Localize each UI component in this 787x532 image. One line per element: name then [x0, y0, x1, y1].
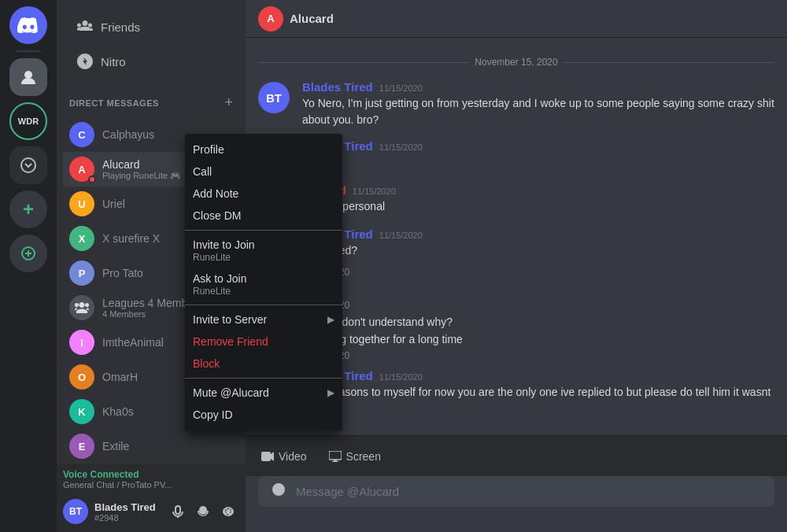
ctx-ask-join-label: Ask to Join — [193, 272, 246, 285]
ctx-invite-join-sub: RuneLite — [193, 252, 255, 263]
ctx-separator-2 — [185, 305, 342, 305]
context-menu: Profile Call Add Note Close DM Invite to… — [185, 134, 342, 430]
ctx-ask-join-text: Ask to Join RuneLite — [193, 272, 246, 297]
ctx-invite-join-label: Invite to Join — [193, 238, 255, 251]
ctx-invite-join-text: Invite to Join RuneLite — [193, 238, 255, 263]
ctx-add-note-label: Add Note — [193, 187, 334, 200]
ctx-call[interactable]: Call — [185, 161, 342, 183]
ctx-copy-id-label: Copy ID — [193, 408, 334, 421]
ctx-copy-id[interactable]: Copy ID — [185, 404, 342, 426]
ctx-profile[interactable]: Profile — [185, 139, 342, 161]
ctx-mute[interactable]: Mute @Alucard ▶ — [185, 382, 342, 404]
ctx-invite-server-label: Invite to Server — [193, 313, 327, 326]
ctx-close-dm-label: Close DM — [193, 209, 334, 222]
ctx-block[interactable]: Block — [185, 353, 342, 375]
ctx-mute-label: Mute @Alucard — [193, 386, 327, 399]
ctx-invite-server-arrow: ▶ — [327, 314, 334, 325]
ctx-remove-friend-label: Remove Friend — [193, 335, 334, 348]
ctx-invite-server[interactable]: Invite to Server ▶ — [185, 308, 342, 331]
ctx-remove-friend[interactable]: Remove Friend — [185, 331, 342, 353]
ctx-close-dm[interactable]: Close DM — [185, 205, 342, 227]
ctx-ask-join-sub: RuneLite — [193, 286, 246, 297]
ctx-block-label: Block — [193, 357, 334, 370]
ctx-separator-3 — [185, 378, 342, 379]
ctx-separator-1 — [185, 230, 342, 231]
context-menu-overlay[interactable]: Profile Call Add Note Close DM Invite to… — [0, 0, 787, 532]
ctx-mute-arrow: ▶ — [327, 387, 334, 398]
app-root: WDR + Friends Nitro DIR — [0, 0, 787, 532]
ctx-invite-join[interactable]: Invite to Join RuneLite — [185, 234, 342, 268]
ctx-add-note[interactable]: Add Note — [185, 183, 342, 205]
ctx-profile-label: Profile — [193, 143, 334, 156]
ctx-ask-join[interactable]: Ask to Join RuneLite — [185, 268, 342, 301]
ctx-call-label: Call — [193, 165, 334, 178]
